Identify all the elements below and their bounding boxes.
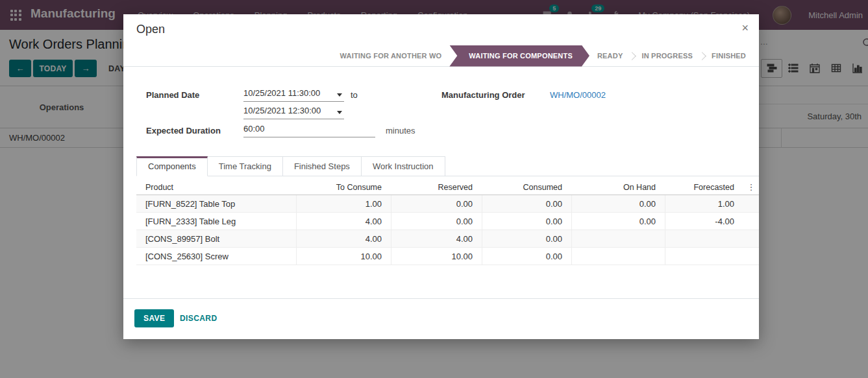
stage-waiting-for-another-wo[interactable]: WAITING FOR ANOTHER WO (340, 52, 442, 60)
discard-button[interactable]: DISCARD (180, 314, 217, 323)
table-row[interactable]: [CONS_25630] Screw 10.00 10.00 0.00 (136, 248, 759, 265)
col-consumed[interactable]: Consumed (482, 179, 571, 195)
table-row[interactable]: [FURN_2333] Table Leg 4.00 0.00 0.00 0.0… (136, 213, 759, 230)
tab-time-tracking[interactable]: Time Tracking (208, 156, 283, 176)
cell-reserved: 0.00 (391, 195, 482, 212)
cell-forecasted: -4.00 (665, 213, 743, 230)
manufacturing-order-label: Manufacturing Order (441, 90, 525, 100)
planned-date-from-value: 10/25/2021 11:30:00 (243, 88, 320, 98)
col-forecasted[interactable]: Forecasted (665, 179, 743, 195)
cell-on-hand: 0.00 (571, 213, 665, 230)
table-row[interactable]: [FURN_8522] Table Top 1.00 0.00 0.00 0.0… (136, 195, 759, 213)
stage-in-progress[interactable]: IN PROGRESS (641, 52, 693, 60)
date-range-to-label: to (351, 90, 358, 100)
dialog-title: Open (136, 14, 165, 44)
planned-date-label: Planned Date (146, 90, 199, 100)
cell-product: [CONS_89957] Bolt (136, 234, 296, 244)
cell-forecasted: 1.00 (665, 195, 743, 212)
col-product[interactable]: Product (136, 183, 296, 192)
tab-components[interactable]: Components (136, 156, 208, 176)
cell-reserved: 10.00 (391, 248, 482, 265)
cell-to-consume: 4.00 (296, 213, 391, 230)
col-reserved[interactable]: Reserved (391, 179, 482, 195)
expected-duration-value: 60:00 (243, 124, 265, 134)
stage-ready[interactable]: READY (597, 52, 623, 60)
expected-duration-unit: minutes (386, 126, 415, 136)
cell-reserved: 0.00 (391, 213, 482, 230)
cell-to-consume: 4.00 (296, 230, 391, 247)
col-to-consume[interactable]: To Consume (296, 179, 391, 195)
stage-separator-icon (698, 52, 706, 60)
statusbar: WAITING FOR ANOTHER WO WAITING FOR COMPO… (123, 45, 759, 67)
cell-on-hand (571, 230, 665, 247)
stage-finished[interactable]: FINISHED (712, 52, 746, 60)
work-order-dialog: Open × WAITING FOR ANOTHER WO WAITING FO… (123, 14, 759, 339)
cell-reserved: 4.00 (391, 230, 482, 247)
cell-consumed: 0.00 (482, 213, 571, 230)
optional-columns-icon[interactable]: ⋮ (743, 179, 759, 195)
cell-product: [FURN_2333] Table Leg (136, 217, 296, 226)
cell-consumed: 0.00 (482, 248, 571, 265)
cell-consumed: 0.00 (482, 195, 571, 212)
cell-on-hand: 0.00 (571, 195, 665, 212)
cell-on-hand (571, 248, 665, 265)
stage-waiting-for-components[interactable]: WAITING FOR COMPONENTS (449, 45, 589, 67)
notebook-tabs: Components Time Tracking Finished Steps … (136, 156, 759, 176)
col-on-hand[interactable]: On Hand (571, 179, 665, 195)
cell-product: [CONS_25630] Screw (136, 252, 296, 261)
cell-forecasted (665, 230, 743, 247)
tab-work-instruction[interactable]: Work Instruction (362, 156, 445, 176)
tab-finished-steps[interactable]: Finished Steps (283, 156, 362, 176)
cell-product: [FURN_8522] Table Top (136, 199, 296, 209)
planned-date-to-value: 10/25/2021 12:30:00 (243, 106, 321, 115)
save-button[interactable]: SAVE (134, 309, 174, 327)
table-row[interactable]: [CONS_89957] Bolt 4.00 4.00 0.00 (136, 230, 759, 248)
caret-down-icon (337, 93, 342, 97)
cell-forecasted (665, 248, 743, 265)
expected-duration-input[interactable]: 60:00 (243, 124, 375, 137)
manufacturing-order-link[interactable]: WH/MO/00002 (550, 90, 606, 100)
stage-separator-icon (628, 52, 637, 60)
cell-consumed: 0.00 (482, 230, 571, 247)
cell-to-consume: 10.00 (296, 248, 391, 265)
table-header-row: Product To Consume Reserved Consumed On … (136, 179, 759, 195)
screen: Manufacturing Overview Operations Planni… (0, 0, 868, 378)
expected-duration-label: Expected Duration (146, 126, 221, 136)
dialog-footer: SAVE DISCARD (123, 298, 759, 339)
planned-date-from-input[interactable]: 10/25/2021 11:30:00 (243, 88, 344, 102)
planned-date-to-input[interactable]: 10/25/2021 12:30:00 (243, 106, 344, 119)
cell-to-consume: 1.00 (296, 195, 391, 212)
components-table: Product To Consume Reserved Consumed On … (136, 179, 759, 265)
close-icon[interactable]: × (741, 21, 749, 34)
caret-down-icon (337, 111, 342, 114)
